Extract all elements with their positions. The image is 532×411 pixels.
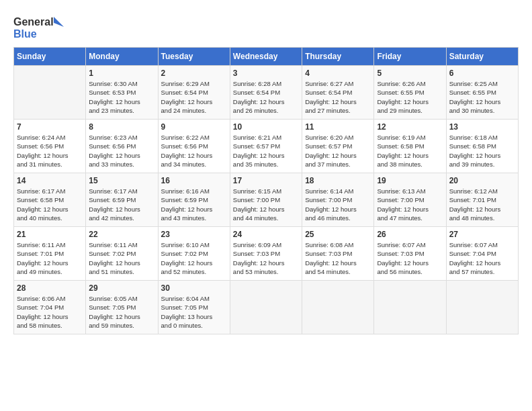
calendar-cell: 11Sunrise: 6:20 AM Sunset: 6:57 PM Dayli… xyxy=(302,120,374,173)
calendar-cell: 23Sunrise: 6:10 AM Sunset: 7:02 PM Dayli… xyxy=(158,227,230,281)
day-number: 26 xyxy=(377,230,443,239)
day-info: Sunrise: 6:05 AM Sunset: 7:05 PM Dayligh… xyxy=(89,294,154,330)
header-row: SundayMondayTuesdayWednesdayThursdayFrid… xyxy=(14,48,519,66)
day-info: Sunrise: 6:17 AM Sunset: 6:59 PM Dayligh… xyxy=(89,187,154,222)
calendar-cell: 13Sunrise: 6:18 AM Sunset: 6:58 PM Dayli… xyxy=(446,120,518,173)
calendar-cell: 14Sunrise: 6:17 AM Sunset: 6:58 PM Dayli… xyxy=(14,173,86,227)
day-info: Sunrise: 6:06 AM Sunset: 7:04 PM Dayligh… xyxy=(17,294,83,330)
day-number: 21 xyxy=(17,230,83,239)
day-number: 14 xyxy=(17,176,83,185)
day-info: Sunrise: 6:13 AM Sunset: 7:00 PM Dayligh… xyxy=(377,187,443,222)
day-info: Sunrise: 6:20 AM Sunset: 6:57 PM Dayligh… xyxy=(305,133,371,169)
calendar-cell: 18Sunrise: 6:14 AM Sunset: 7:00 PM Dayli… xyxy=(302,173,374,227)
calendar-cell: 6Sunrise: 6:25 AM Sunset: 6:55 PM Daylig… xyxy=(446,66,518,120)
day-number: 27 xyxy=(449,230,515,239)
calendar-cell xyxy=(446,281,518,334)
week-row-4: 21Sunrise: 6:11 AM Sunset: 7:01 PM Dayli… xyxy=(14,227,519,281)
day-info: Sunrise: 6:08 AM Sunset: 7:03 PM Dayligh… xyxy=(305,240,371,276)
calendar-cell: 15Sunrise: 6:17 AM Sunset: 6:59 PM Dayli… xyxy=(86,173,158,227)
calendar-cell: 8Sunrise: 6:23 AM Sunset: 6:56 PM Daylig… xyxy=(86,120,158,173)
calendar-cell: 1Sunrise: 6:30 AM Sunset: 6:53 PM Daylig… xyxy=(86,66,158,120)
day-number: 1 xyxy=(89,68,154,78)
day-info: Sunrise: 6:26 AM Sunset: 6:55 PM Dayligh… xyxy=(377,79,443,115)
day-number: 24 xyxy=(233,230,299,239)
day-number: 16 xyxy=(161,176,227,185)
day-number: 29 xyxy=(89,283,154,293)
day-number: 6 xyxy=(449,68,515,78)
day-number: 9 xyxy=(161,122,227,132)
calendar-cell: 24Sunrise: 6:09 AM Sunset: 7:03 PM Dayli… xyxy=(230,227,302,281)
day-info: Sunrise: 6:11 AM Sunset: 7:02 PM Dayligh… xyxy=(89,240,154,276)
calendar-cell: 20Sunrise: 6:12 AM Sunset: 7:01 PM Dayli… xyxy=(446,173,518,227)
day-info: Sunrise: 6:19 AM Sunset: 6:58 PM Dayligh… xyxy=(377,133,443,169)
day-info: Sunrise: 6:29 AM Sunset: 6:54 PM Dayligh… xyxy=(161,79,227,115)
day-header-sunday: Sunday xyxy=(14,48,86,66)
week-row-3: 14Sunrise: 6:17 AM Sunset: 6:58 PM Dayli… xyxy=(14,173,519,227)
day-info: Sunrise: 6:24 AM Sunset: 6:56 PM Dayligh… xyxy=(17,133,83,169)
day-number: 4 xyxy=(305,68,371,78)
day-number: 8 xyxy=(89,122,154,132)
day-info: Sunrise: 6:14 AM Sunset: 7:00 PM Dayligh… xyxy=(305,187,371,222)
day-header-saturday: Saturday xyxy=(446,48,518,66)
calendar-cell: 7Sunrise: 6:24 AM Sunset: 6:56 PM Daylig… xyxy=(14,120,86,173)
day-number: 17 xyxy=(233,176,299,185)
calendar-cell: 4Sunrise: 6:27 AM Sunset: 6:54 PM Daylig… xyxy=(302,66,374,120)
calendar-cell: 29Sunrise: 6:05 AM Sunset: 7:05 PM Dayli… xyxy=(86,281,158,334)
day-info: Sunrise: 6:12 AM Sunset: 7:01 PM Dayligh… xyxy=(449,187,515,222)
week-row-2: 7Sunrise: 6:24 AM Sunset: 6:56 PM Daylig… xyxy=(14,120,519,173)
calendar-cell: 5Sunrise: 6:26 AM Sunset: 6:55 PM Daylig… xyxy=(374,66,446,120)
calendar-cell: 26Sunrise: 6:07 AM Sunset: 7:03 PM Dayli… xyxy=(374,227,446,281)
day-number: 15 xyxy=(89,176,154,185)
day-info: Sunrise: 6:07 AM Sunset: 7:03 PM Dayligh… xyxy=(377,240,443,276)
calendar-cell: 10Sunrise: 6:21 AM Sunset: 6:57 PM Dayli… xyxy=(230,120,302,173)
day-info: Sunrise: 6:10 AM Sunset: 7:02 PM Dayligh… xyxy=(161,240,227,276)
day-number: 13 xyxy=(449,122,515,132)
calendar-cell: 25Sunrise: 6:08 AM Sunset: 7:03 PM Dayli… xyxy=(302,227,374,281)
calendar-cell: 9Sunrise: 6:22 AM Sunset: 6:56 PM Daylig… xyxy=(158,120,230,173)
day-info: Sunrise: 6:16 AM Sunset: 6:59 PM Dayligh… xyxy=(161,187,227,222)
day-number: 23 xyxy=(161,230,227,239)
day-number: 3 xyxy=(233,68,299,78)
day-info: Sunrise: 6:27 AM Sunset: 6:54 PM Dayligh… xyxy=(305,79,371,115)
logo: GeneralBlue xyxy=(13,13,67,40)
calendar-cell: 19Sunrise: 6:13 AM Sunset: 7:00 PM Dayli… xyxy=(374,173,446,227)
day-number: 28 xyxy=(17,283,83,293)
calendar-cell xyxy=(302,281,374,334)
day-info: Sunrise: 6:07 AM Sunset: 7:04 PM Dayligh… xyxy=(449,240,515,276)
calendar-cell xyxy=(14,66,86,120)
day-info: Sunrise: 6:09 AM Sunset: 7:03 PM Dayligh… xyxy=(233,240,299,276)
day-number: 2 xyxy=(161,68,227,78)
calendar-cell: 16Sunrise: 6:16 AM Sunset: 6:59 PM Dayli… xyxy=(158,173,230,227)
calendar-cell: 21Sunrise: 6:11 AM Sunset: 7:01 PM Dayli… xyxy=(14,227,86,281)
day-number: 22 xyxy=(89,230,154,239)
day-number: 10 xyxy=(233,122,299,132)
day-info: Sunrise: 6:25 AM Sunset: 6:55 PM Dayligh… xyxy=(449,79,515,115)
day-info: Sunrise: 6:18 AM Sunset: 6:58 PM Dayligh… xyxy=(449,133,515,169)
svg-text:Blue: Blue xyxy=(13,28,37,40)
calendar-cell: 2Sunrise: 6:29 AM Sunset: 6:54 PM Daylig… xyxy=(158,66,230,120)
day-number: 18 xyxy=(305,176,371,185)
calendar-table: SundayMondayTuesdayWednesdayThursdayFrid… xyxy=(13,47,519,334)
day-number: 19 xyxy=(377,176,443,185)
week-row-1: 1Sunrise: 6:30 AM Sunset: 6:53 PM Daylig… xyxy=(14,66,519,120)
calendar-cell: 3Sunrise: 6:28 AM Sunset: 6:54 PM Daylig… xyxy=(230,66,302,120)
day-header-tuesday: Tuesday xyxy=(158,48,230,66)
week-row-5: 28Sunrise: 6:06 AM Sunset: 7:04 PM Dayli… xyxy=(14,281,519,334)
calendar-cell: 12Sunrise: 6:19 AM Sunset: 6:58 PM Dayli… xyxy=(374,120,446,173)
day-info: Sunrise: 6:21 AM Sunset: 6:57 PM Dayligh… xyxy=(233,133,299,169)
page-header: GeneralBlue xyxy=(13,13,519,40)
day-number: 7 xyxy=(17,122,83,132)
day-info: Sunrise: 6:17 AM Sunset: 6:58 PM Dayligh… xyxy=(17,187,83,222)
day-info: Sunrise: 6:11 AM Sunset: 7:01 PM Dayligh… xyxy=(17,240,83,276)
day-number: 20 xyxy=(449,176,515,185)
calendar-cell: 17Sunrise: 6:15 AM Sunset: 7:00 PM Dayli… xyxy=(230,173,302,227)
day-info: Sunrise: 6:28 AM Sunset: 6:54 PM Dayligh… xyxy=(233,79,299,115)
day-header-friday: Friday xyxy=(374,48,446,66)
day-number: 25 xyxy=(305,230,371,239)
day-number: 30 xyxy=(161,283,227,293)
day-info: Sunrise: 6:23 AM Sunset: 6:56 PM Dayligh… xyxy=(89,133,154,169)
calendar-cell: 30Sunrise: 6:04 AM Sunset: 7:05 PM Dayli… xyxy=(158,281,230,334)
day-info: Sunrise: 6:30 AM Sunset: 6:53 PM Dayligh… xyxy=(89,79,154,115)
day-info: Sunrise: 6:15 AM Sunset: 7:00 PM Dayligh… xyxy=(233,187,299,222)
calendar-cell: 28Sunrise: 6:06 AM Sunset: 7:04 PM Dayli… xyxy=(14,281,86,334)
